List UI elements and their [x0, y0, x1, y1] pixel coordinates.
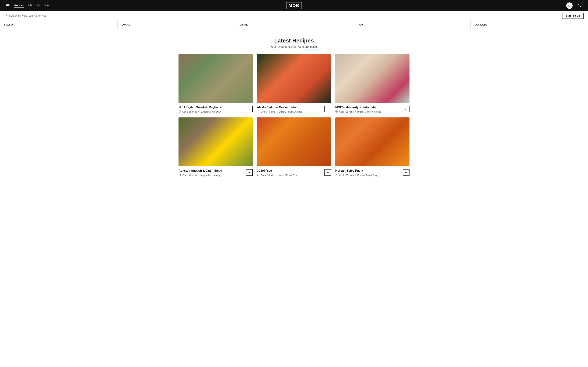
- navbar: Recipes Life TV Shop MOB ☺: [0, 0, 588, 11]
- main-content: Latest Recipes Your favourite dishes. Al…: [0, 29, 588, 187]
- recipe-meta: Cook: 55 mins • Swedish, Fakeaway: [179, 110, 244, 113]
- recipe-details: Roasted Squash & Grain Salad Cook: 40 mi…: [179, 169, 244, 177]
- logo-text: MOB: [286, 2, 302, 9]
- recipe-cook-time: Cook: 55 mins: [182, 110, 197, 113]
- recipe-details: Korean Spicy Pasta Cook: 30 mins • Korea…: [335, 169, 401, 177]
- recipe-name: Korean Spicy Pasta: [335, 169, 401, 173]
- clock-icon: [335, 110, 338, 113]
- recipe-meta: Cook: 40 mins • Vegetarian, Healthy: [179, 174, 244, 177]
- recipe-info: IKEA Styled Swedish Vegballs Cook: 55 mi…: [179, 105, 253, 113]
- recipe-card[interactable]: MOB's Mustardy Potato Salad Cook: 25 min…: [335, 54, 409, 113]
- recipe-meta: Cook: 45 mins • British, Healthy, Salads: [257, 110, 322, 113]
- recipe-meta: Cook: 30 mins • Korean, Pasta, Spicy: [335, 174, 401, 177]
- occasions-dropdown[interactable]: Occasions ⌄: [471, 20, 588, 29]
- recipe-card[interactable]: Korean Spicy Pasta Cook: 30 mins • Korea…: [335, 117, 409, 177]
- type-dropdown[interactable]: Type ⌄: [353, 20, 471, 29]
- clock-icon: [179, 174, 181, 177]
- add-to-list-button[interactable]: [324, 169, 331, 176]
- nav-link-shop[interactable]: Shop: [44, 4, 50, 8]
- cuisine-dropdown[interactable]: Cuisine ⌄: [235, 20, 353, 29]
- recipe-card[interactable]: Alaska Salmon Caesar Salad Cook: 45 mins…: [257, 54, 331, 113]
- search-input[interactable]: [9, 14, 562, 17]
- clock-icon: [179, 110, 181, 113]
- recipe-name: Jollof Rice: [257, 169, 322, 173]
- recipe-card[interactable]: IKEA Styled Swedish Vegballs Cook: 55 mi…: [179, 54, 253, 113]
- recipe-info: MOB's Mustardy Potato Salad Cook: 25 min…: [335, 105, 409, 113]
- recipe-tags: Swedish, Fakeaway: [200, 110, 221, 113]
- svg-line-1: [580, 6, 581, 7]
- recipe-details: MOB's Mustardy Potato Salad Cook: 25 min…: [335, 105, 401, 113]
- recipe-name: Roasted Squash & Grain Salad: [179, 169, 244, 173]
- nav-link-recipes[interactable]: Recipes: [14, 4, 24, 8]
- recipe-name: Alaska Salmon Caesar Salad: [257, 105, 322, 109]
- site-logo[interactable]: MOB: [286, 2, 302, 9]
- recipe-info: Alaska Salmon Caesar Salad Cook: 45 mins…: [257, 105, 331, 113]
- search-bar: Surprise Me: [0, 11, 588, 20]
- page-title: Latest Recipes: [4, 37, 584, 44]
- search-icon: [578, 3, 581, 8]
- occasions-label: Occasions: [475, 23, 487, 26]
- cuisine-label: Cuisine: [239, 23, 248, 26]
- recipe-meta: Cook: 25 mins • British, Comfort, Salads: [335, 110, 401, 113]
- recipe-info: Jollof Rice Cook: 50 mins • West African…: [257, 169, 331, 177]
- nav-left: Recipes Life TV Shop: [6, 4, 50, 8]
- surprise-me-button[interactable]: Surprise Me: [562, 13, 584, 19]
- recipe-tags: Korean, Pasta, Spicy: [357, 174, 379, 176]
- svg-point-2: [5, 14, 7, 16]
- recipe-tags: British, Healthy, Salads: [279, 110, 302, 113]
- recipe-cook-time: Cook: 50 mins: [261, 174, 275, 176]
- search-left: [4, 14, 562, 18]
- recipe-name: MOB's Mustardy Potato Salad: [335, 105, 401, 109]
- hamburger-menu[interactable]: [6, 4, 9, 7]
- nav-links: Recipes Life TV Shop: [14, 4, 50, 8]
- dietary-dropdown[interactable]: Dietary ⌄: [118, 20, 235, 29]
- filter-bar: Filter by ⌄ Dietary ⌄ Cuisine ⌄ Type ⌄ O…: [0, 20, 588, 29]
- page-header: Latest Recipes Your favourite dishes. Al…: [4, 29, 584, 54]
- cuisine-chevron: ⌄: [347, 23, 349, 26]
- recipe-tags: Vegetarian, Healthy: [200, 174, 220, 176]
- svg-line-3: [6, 16, 7, 17]
- nav-right: ☺: [566, 2, 582, 9]
- filter-by-dropdown[interactable]: Filter by ⌄: [0, 20, 118, 29]
- recipe-details: Alaska Salmon Caesar Salad Cook: 45 mins…: [257, 105, 322, 113]
- recipe-image: [179, 117, 253, 166]
- add-to-list-button[interactable]: [324, 106, 331, 112]
- remove-from-list-button[interactable]: [403, 106, 409, 112]
- add-to-list-button[interactable]: [246, 169, 253, 176]
- recipe-grid: IKEA Styled Swedish Vegballs Cook: 55 mi…: [179, 54, 409, 177]
- add-to-list-button[interactable]: [403, 169, 409, 176]
- recipe-name: IKEA Styled Swedish Vegballs: [179, 105, 244, 109]
- recipe-details: IKEA Styled Swedish Vegballs Cook: 55 mi…: [179, 105, 244, 113]
- recipe-info: Korean Spicy Pasta Cook: 30 mins • Korea…: [335, 169, 409, 177]
- recipe-card[interactable]: Roasted Squash & Grain Salad Cook: 40 mi…: [179, 117, 253, 177]
- recipe-image: [257, 54, 331, 103]
- recipe-cook-time: Cook: 40 mins: [182, 174, 197, 176]
- occasions-chevron: ⌄: [582, 23, 584, 26]
- clock-icon: [335, 174, 338, 177]
- clock-icon: [257, 110, 259, 113]
- recipe-meta: Cook: 50 mins • West African, Rice: [257, 174, 322, 177]
- type-label: Type: [357, 23, 363, 26]
- recipe-cook-time: Cook: 30 mins: [339, 174, 354, 176]
- recipe-info: Roasted Squash & Grain Salad Cook: 40 mi…: [179, 169, 253, 177]
- recipe-image: [335, 117, 409, 166]
- recipe-image: [335, 54, 409, 103]
- nav-link-life[interactable]: Life: [28, 4, 32, 8]
- remove-from-list-button[interactable]: [246, 106, 253, 112]
- filter-by-chevron: ⌄: [111, 23, 113, 26]
- clock-icon: [257, 174, 259, 177]
- recipe-image: [257, 117, 331, 166]
- search-bar-icon: [4, 14, 7, 18]
- nav-link-tv[interactable]: TV: [36, 4, 40, 8]
- avatar-icon: ☺: [568, 4, 571, 8]
- recipe-cook-time: Cook: 25 mins: [339, 110, 354, 113]
- svg-point-0: [578, 4, 580, 6]
- dietary-label: Dietary: [122, 23, 130, 26]
- type-chevron: ⌄: [464, 23, 466, 26]
- search-nav-button[interactable]: [576, 2, 582, 9]
- recipe-details: Jollof Rice Cook: 50 mins • West African…: [257, 169, 322, 177]
- user-avatar-button[interactable]: ☺: [566, 2, 573, 9]
- recipe-card[interactable]: Jollof Rice Cook: 50 mins • West African…: [257, 117, 331, 177]
- recipe-tags: West African, Rice: [279, 174, 297, 176]
- dietary-chevron: ⌄: [229, 23, 231, 26]
